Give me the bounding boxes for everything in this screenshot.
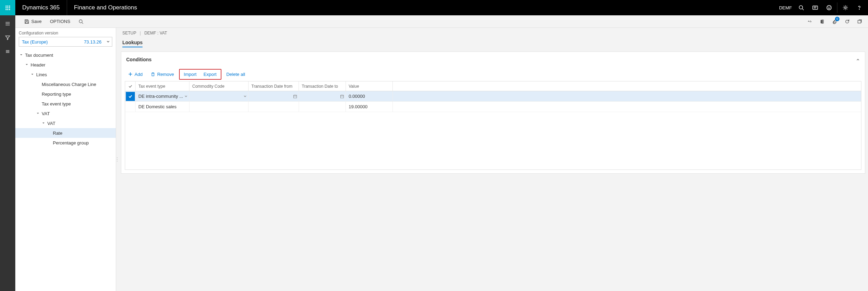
top-header: Dynamics 365 Finance and Operations DEMF bbox=[0, 0, 868, 15]
refresh-icon bbox=[845, 19, 850, 24]
header-right-controls: DEMF bbox=[779, 0, 868, 15]
svg-point-5 bbox=[827, 6, 832, 10]
hamburger-button[interactable] bbox=[0, 17, 15, 28]
actionbar-right: 0 bbox=[804, 15, 868, 28]
popup-icon bbox=[857, 19, 862, 24]
message-icon bbox=[812, 5, 818, 10]
left-rail bbox=[0, 15, 15, 28]
options-label: OPTIONS bbox=[50, 19, 71, 24]
waffle-icon bbox=[6, 6, 10, 10]
feedback-button[interactable] bbox=[823, 0, 835, 15]
company-code[interactable]: DEMF bbox=[779, 5, 792, 10]
attachments-button[interactable]: 0 bbox=[829, 15, 840, 28]
actionbar-search-button[interactable] bbox=[74, 15, 88, 27]
app-launcher-button[interactable] bbox=[0, 0, 15, 15]
office-icon bbox=[820, 19, 825, 24]
messages-button[interactable] bbox=[809, 0, 821, 15]
header-divider-2 bbox=[837, 2, 837, 13]
settings-button[interactable] bbox=[839, 0, 851, 15]
svg-line-1 bbox=[802, 9, 804, 10]
link-icon bbox=[807, 19, 812, 24]
office-button[interactable] bbox=[817, 15, 828, 28]
search-icon bbox=[79, 19, 83, 24]
module-name[interactable]: Finance and Operations bbox=[67, 4, 144, 11]
svg-line-19 bbox=[82, 22, 83, 24]
link-button[interactable] bbox=[804, 15, 815, 28]
badge-count: 0 bbox=[835, 17, 839, 21]
svg-rect-2 bbox=[813, 6, 818, 9]
refresh-button[interactable] bbox=[842, 15, 853, 28]
svg-rect-16 bbox=[26, 19, 27, 21]
svg-point-9 bbox=[859, 9, 859, 9]
search-button[interactable] bbox=[795, 0, 807, 15]
help-button[interactable] bbox=[853, 0, 865, 15]
search-icon bbox=[798, 5, 804, 10]
svg-point-6 bbox=[828, 7, 828, 7]
options-button[interactable]: OPTIONS bbox=[46, 15, 75, 27]
svg-rect-17 bbox=[26, 22, 28, 23]
smile-icon bbox=[826, 5, 832, 10]
brand-name[interactable]: Dynamics 365 bbox=[15, 4, 67, 11]
help-icon bbox=[857, 5, 862, 10]
svg-point-8 bbox=[845, 7, 846, 9]
svg-point-7 bbox=[830, 7, 830, 7]
save-button[interactable]: Save bbox=[20, 15, 46, 27]
action-bar: Save OPTIONS 0 bbox=[0, 15, 868, 28]
svg-point-0 bbox=[799, 6, 803, 9]
hamburger-icon bbox=[5, 21, 10, 26]
gear-icon bbox=[843, 5, 848, 10]
popup-button[interactable] bbox=[854, 15, 865, 28]
save-icon bbox=[24, 19, 29, 24]
save-label: Save bbox=[31, 19, 42, 24]
svg-point-18 bbox=[79, 19, 82, 23]
svg-rect-20 bbox=[858, 20, 861, 23]
